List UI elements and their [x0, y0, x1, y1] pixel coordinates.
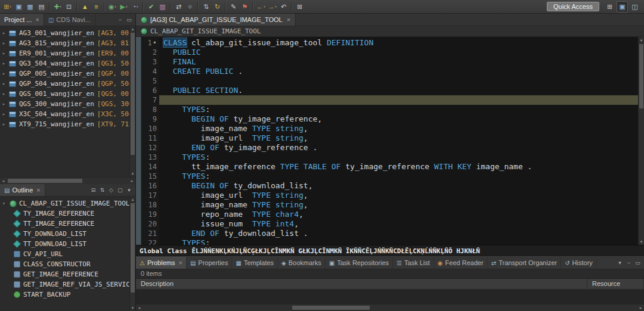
scroll-left-icon[interactable] [0, 178, 7, 184]
outline-item[interactable]: TY_IMAGE_REFERENCE [0, 209, 129, 219]
activate-all-icon[interactable]: ≡ [91, 1, 102, 13]
expand-chevron-icon[interactable] [2, 201, 9, 206]
maximize-view-icon[interactable]: ▭ [634, 260, 642, 266]
expand-chevron-icon[interactable] [2, 61, 9, 66]
tab-task-list[interactable]: ☰Task List [393, 257, 434, 269]
tab-bookmarks[interactable]: ◈Bookmarks [278, 257, 326, 269]
outline-item[interactable]: CV_API_URL [0, 249, 129, 259]
minimize-view-icon[interactable]: − [116, 17, 124, 23]
scroll-up-icon[interactable] [130, 26, 135, 32]
code-line[interactable]: END OF ty_image_reference . [159, 143, 638, 153]
link-with-editor-icon[interactable]: ⇅ [200, 1, 212, 13]
editor-tab[interactable]: [AG3] CL_ABAP_GIT_ISSUE_IMAGE_TOOL [136, 14, 296, 26]
editor-vscroll[interactable] [638, 37, 644, 245]
unit-test-icon[interactable]: ✔ [145, 1, 157, 13]
search-icon[interactable]: ○ [184, 1, 196, 13]
close-tab-icon[interactable] [287, 16, 290, 23]
outline-item[interactable]: CLASS_CONSTRUCTOR [0, 259, 129, 269]
edit-icon[interactable]: ✎ [228, 1, 239, 13]
save-all-icon[interactable]: ▦ [24, 1, 36, 13]
hide-methods-icon[interactable]: ▢ [116, 187, 124, 193]
open-development-object-icon[interactable]: ⊡ [63, 1, 75, 13]
code-line[interactable]: TYPES: [159, 238, 638, 245]
outline-item[interactable]: GET_IMAGE_REFERENCE [0, 269, 129, 279]
code-line[interactable]: tt_image_reference TYPE TABLE OF ty_imag… [159, 162, 638, 172]
scroll-down-icon[interactable] [639, 239, 644, 245]
project-item[interactable]: AG3_815_wangjier_en[AG3, 815, WA [0, 38, 129, 48]
outline-item[interactable]: TT_IMAGE_REFERENCE [0, 219, 129, 229]
scroll-down-icon[interactable] [130, 171, 135, 177]
view-menu-icon[interactable]: ▾ [125, 187, 133, 193]
expand-chevron-icon[interactable] [2, 81, 9, 86]
scroll-thumb[interactable] [292, 306, 370, 310]
debug-icon[interactable]: ◉▾ [107, 1, 118, 13]
code-line[interactable]: TYPES: [159, 153, 638, 162]
project-item[interactable]: XT9_715_wangjier_en[XT9, 715, WA [0, 119, 129, 129]
outline-item[interactable]: START_BACKUP [0, 290, 129, 300]
project-item[interactable]: AG3_001_wangjier_en[AG3, 001, WA [0, 28, 129, 38]
open-perspective-icon[interactable]: ⊞ [604, 1, 615, 13]
line-number-ruler[interactable]: 1•2345678910111213141516171819202122 [141, 37, 159, 245]
tab-cds-navigator[interactable]: ◫CDS Navi... [44, 14, 95, 26]
tab-history[interactable]: ↺History [561, 257, 597, 269]
coverage-icon[interactable]: ▥ [157, 1, 168, 13]
column-description[interactable]: Description [136, 279, 587, 289]
column-resource[interactable]: Resource [587, 279, 644, 289]
annotation-ruler[interactable] [136, 37, 141, 245]
hide-fields-icon[interactable]: ◇ [107, 187, 115, 193]
new-abap-object-icon[interactable]: ✚▾ [52, 1, 63, 13]
project-item[interactable]: QGS_300_wangjier_en[QGS, 300, WA [0, 99, 129, 109]
outline-root[interactable]: CL_ABAP_GIT_ISSUE_IMAGE_TOOL [0, 198, 129, 209]
code-line[interactable]: TYPES: [159, 172, 638, 181]
scroll-up-icon[interactable] [639, 37, 644, 43]
expand-chevron-icon[interactable] [2, 122, 9, 127]
scroll-right-icon[interactable] [637, 304, 644, 311]
code-line[interactable]: CLASS cl_abap_git_issue_image_tool DEFIN… [159, 38, 638, 48]
outline-item[interactable]: TT_DOWNLOAD_LIST [0, 239, 129, 249]
project-item[interactable]: QGP_504_wangjier_en[QGP, 504, WA [0, 79, 129, 89]
tab-problems[interactable]: ⚠Problems [136, 257, 187, 269]
breadcrumb-class-name[interactable]: CL_ABAP_GIT_ISSUE_IMAGE_TOOL [150, 27, 261, 35]
new-wizard-icon[interactable]: ⊞▾ [2, 1, 13, 13]
project-item[interactable]: QGS_001_wangjier_en[QGS, 001, WA [0, 89, 129, 99]
tab-outline[interactable]: ▤ Outline [0, 184, 45, 196]
quick-access-button[interactable]: Quick Access [547, 2, 599, 11]
project-vscroll[interactable] [129, 26, 135, 177]
expand-chevron-icon[interactable] [2, 71, 9, 76]
expand-chevron-icon[interactable] [2, 51, 9, 56]
bookmark-icon[interactable]: ⚑ [239, 1, 250, 13]
scroll-up-icon[interactable] [130, 197, 135, 203]
code-line[interactable]: repo_name TYPE char4, [159, 210, 638, 219]
project-item[interactable]: QG3_504_wangjier_en[QG3, 504, WA [0, 58, 129, 69]
code-line[interactable]: PUBLIC SECTION. [159, 86, 638, 95]
project-hscroll[interactable] [0, 177, 135, 184]
tab-feed-reader[interactable]: ◉Feed Reader [434, 257, 488, 269]
tab-task-repositories[interactable]: ▣Task Repositories [326, 257, 393, 269]
code-line[interactable] [159, 95, 638, 105]
expand-chevron-icon[interactable] [2, 41, 9, 46]
scroll-left-icon[interactable] [136, 304, 143, 311]
code-line[interactable]: END OF ty_download_list . [159, 229, 638, 238]
close-view-icon[interactable] [178, 259, 182, 266]
expand-chevron-icon[interactable] [2, 91, 9, 97]
code-line[interactable]: BEGIN OF ty_download_list, [159, 181, 638, 191]
minimize-view-icon[interactable]: − [625, 260, 633, 266]
back-icon[interactable]: ←▾ [255, 1, 267, 13]
code-line[interactable]: issue_num TYPE int4, [159, 219, 638, 229]
maximize-view-icon[interactable]: ▭ [125, 17, 133, 23]
profile-icon[interactable]: ◔▾ [129, 1, 141, 13]
expand-chevron-icon[interactable] [2, 111, 9, 117]
close-view-icon[interactable] [35, 16, 39, 23]
code-line[interactable]: TYPES: [159, 105, 638, 114]
code-line[interactable]: BEGIN OF ty_image_reference, [159, 114, 638, 124]
scroll-down-icon[interactable] [130, 305, 135, 311]
scroll-right-icon[interactable] [129, 178, 135, 184]
code-line[interactable]: PUBLIC [159, 48, 638, 57]
activate-icon[interactable]: ▲ [79, 1, 91, 13]
collapse-all-icon[interactable]: ⊟ [89, 187, 97, 193]
tab-transport-organizer[interactable]: ⇄Transport Organizer [488, 257, 561, 269]
run-icon[interactable]: ▶▾ [118, 1, 129, 13]
print-icon[interactable]: ▤ [36, 1, 47, 13]
expand-chevron-icon[interactable] [2, 101, 9, 107]
save-icon[interactable]: ▣ [13, 1, 24, 13]
